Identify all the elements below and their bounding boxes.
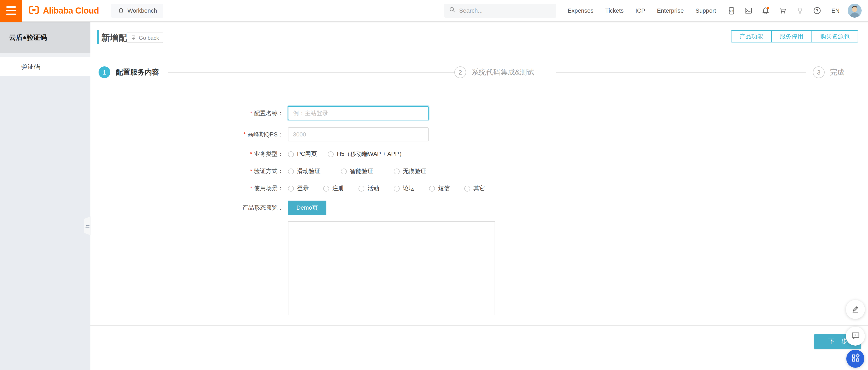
radio-option-forum[interactable]: 论坛 <box>394 184 414 193</box>
header-icon-group: APP <box>727 6 822 15</box>
required-mark: * <box>250 109 252 116</box>
form-row-config-name: *配置名称： <box>90 106 500 120</box>
pencil-icon <box>851 304 860 315</box>
nav-expenses[interactable]: Expenses <box>567 7 593 14</box>
radio-option-login[interactable]: 登录 <box>288 184 309 193</box>
form-row-preview: 产品形态预览： Demo页 <box>90 201 500 215</box>
radio-option-h5[interactable]: H5（移动端WAP + APP） <box>328 150 405 158</box>
step-2-circle: 2 <box>454 66 466 78</box>
step-3-circle: 3 <box>813 66 825 78</box>
notifications-icon[interactable] <box>761 6 770 15</box>
demo-preview-box <box>288 222 495 315</box>
sidebar-item-captcha[interactable]: 验证码 <box>0 57 90 76</box>
sidebar-product-title: 云盾●验证码 <box>0 22 90 53</box>
radio-icon[interactable] <box>341 168 347 174</box>
alibaba-cloud-mark-icon <box>28 4 40 17</box>
product-features-button[interactable]: 产品功能 <box>731 30 772 42</box>
radio-icon[interactable] <box>323 186 329 191</box>
sidebar-divider <box>0 53 90 57</box>
nav-icp[interactable]: ICP <box>636 7 645 14</box>
language-selector[interactable]: EN <box>831 7 839 14</box>
radio-icon[interactable] <box>464 186 470 191</box>
app-icon[interactable]: APP <box>727 6 736 15</box>
step-connector <box>168 72 454 73</box>
go-back-button[interactable]: Go back <box>127 33 163 43</box>
quick-access-fab[interactable] <box>846 350 864 368</box>
sidebar-collapse-handle[interactable] <box>84 216 91 235</box>
step-1-label: 配置服务内容 <box>116 68 159 77</box>
collapse-menu-icon <box>85 222 90 230</box>
radio-option-register[interactable]: 注册 <box>323 184 344 193</box>
home-icon <box>118 6 124 15</box>
alibaba-cloud-console: Alibaba Cloud Workbench Expenses Ticke <box>0 0 868 370</box>
chat-support-fab[interactable] <box>846 327 865 346</box>
disable-service-button[interactable]: 服务停用 <box>771 30 812 42</box>
nav-support[interactable]: Support <box>695 7 716 14</box>
peak-qps-input[interactable] <box>288 127 429 141</box>
console-icon[interactable] <box>744 6 753 15</box>
radio-option-sms[interactable]: 短信 <box>429 184 450 193</box>
radio-option-other[interactable]: 其它 <box>464 184 485 193</box>
page-action-group: 产品功能 服务停用 购买资源包 <box>731 30 858 42</box>
radio-option-smart-verify[interactable]: 智能验证 <box>341 167 373 175</box>
radio-option-slide-verify[interactable]: 滑动验证 <box>288 167 320 175</box>
radio-option-activity[interactable]: 活动 <box>359 184 379 193</box>
main-content: 新增配置 Go back 产品功能 服务停用 购买资源包 1 配置服务内容 <box>90 22 868 370</box>
cart-icon[interactable] <box>778 6 787 15</box>
header-nav: Expenses Tickets ICP Enterprise Support <box>567 7 716 14</box>
step-3-complete: 3 完成 <box>813 66 844 78</box>
required-mark: * <box>250 168 252 174</box>
feedback-survey-fab[interactable] <box>846 300 865 319</box>
step-1-circle: 1 <box>98 66 110 78</box>
radio-icon[interactable] <box>288 186 294 191</box>
form-row-use-scene: *使用场景： 登录 注册 活动 论坛 短信 其它 <box>90 184 500 193</box>
config-name-label: *配置名称： <box>90 109 283 117</box>
required-mark: * <box>243 131 246 138</box>
user-avatar[interactable] <box>848 4 862 18</box>
search-input[interactable] <box>459 7 536 14</box>
lightbulb-icon[interactable] <box>796 6 805 15</box>
sidebar: 云盾●验证码 验证码 <box>0 22 90 370</box>
radio-option-pc-web[interactable]: PC网页 <box>288 150 317 158</box>
radio-icon[interactable] <box>394 168 400 174</box>
workbench-button[interactable]: Workbench <box>111 4 163 18</box>
search-box[interactable] <box>444 4 556 18</box>
header-divider <box>105 6 105 15</box>
search-icon <box>449 6 456 15</box>
radio-icon[interactable] <box>328 151 334 157</box>
step-2-integration: 2 系统代码集成&测试 <box>454 66 534 78</box>
chat-bubble-icon <box>850 331 860 342</box>
hamburger-menu-button[interactable] <box>0 0 22 22</box>
return-arrow-icon <box>131 34 136 41</box>
required-mark: * <box>250 185 252 192</box>
radio-option-invisible-verify[interactable]: 无痕验证 <box>394 167 426 175</box>
config-name-input[interactable] <box>288 106 429 120</box>
nav-enterprise[interactable]: Enterprise <box>657 7 684 14</box>
svg-text:APP: APP <box>729 9 734 12</box>
radio-icon[interactable] <box>394 186 400 191</box>
radio-icon[interactable] <box>288 168 294 174</box>
nav-tickets[interactable]: Tickets <box>605 7 624 14</box>
alibaba-cloud-logo[interactable]: Alibaba Cloud <box>28 4 99 17</box>
top-header: Alibaba Cloud Workbench Expenses Ticke <box>0 0 868 22</box>
form-row-preview-box <box>90 222 500 315</box>
step-1-configure: 1 配置服务内容 <box>98 66 159 78</box>
radio-icon[interactable] <box>429 186 435 191</box>
business-type-label: *业务类型： <box>90 150 283 158</box>
peak-qps-label: *高峰期QPS： <box>90 130 283 138</box>
help-icon[interactable]: ? <box>813 6 822 15</box>
brand-name: Alibaba Cloud <box>43 6 99 15</box>
radio-icon[interactable] <box>288 151 294 157</box>
title-accent-bar <box>97 30 99 44</box>
radio-icon[interactable] <box>359 186 364 191</box>
step-2-label: 系统代码集成&测试 <box>471 68 534 77</box>
demo-page-button[interactable]: Demo页 <box>288 201 327 215</box>
step-connector <box>556 72 806 73</box>
buy-resource-pack-button[interactable]: 购买资源包 <box>811 30 858 42</box>
config-form: *配置名称： *高峰期QPS： *业务类型： PC网页 H5（移动端WAP + … <box>90 106 500 315</box>
product-preview-label: 产品形态预览： <box>90 204 283 212</box>
apps-grid-icon <box>850 353 860 364</box>
svg-text:?: ? <box>816 8 819 13</box>
required-mark: * <box>250 150 252 157</box>
form-row-peak-qps: *高峰期QPS： <box>90 127 500 141</box>
